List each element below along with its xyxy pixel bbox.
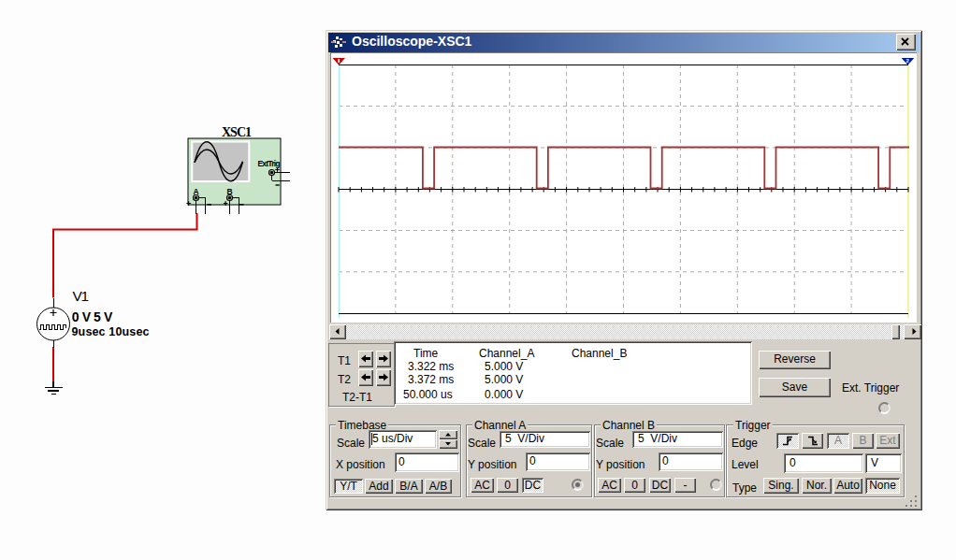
svg-text:ExtTrig: ExtTrig <box>258 159 281 168</box>
svg-text:V1: V1 <box>73 288 90 304</box>
svg-text:0 V 5 V: 0 V 5 V <box>72 309 113 324</box>
svg-text:9usec 10usec: 9usec 10usec <box>72 325 150 338</box>
svg-text:XSC1: XSC1 <box>222 125 252 139</box>
